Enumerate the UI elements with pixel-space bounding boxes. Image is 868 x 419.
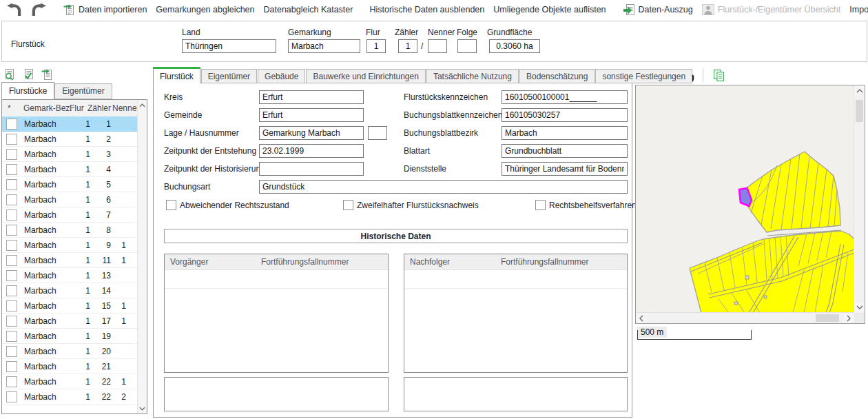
lage-field[interactable]: [259, 126, 364, 140]
detail-tab[interactable]: Tatsächliche Nutzung: [426, 69, 519, 83]
map-horizontal-scrollbar[interactable]: [636, 312, 854, 323]
row-checkbox[interactable]: [6, 391, 17, 402]
kennzeichen-field[interactable]: [502, 90, 628, 104]
row-checkbox[interactable]: [6, 255, 17, 266]
row-checkbox[interactable]: [6, 300, 17, 311]
row-checkbox[interactable]: [6, 164, 17, 175]
daten-importieren-button[interactable]: Daten importieren: [61, 3, 149, 16]
row-checkbox[interactable]: [6, 225, 17, 236]
cell-gemark: Marbach: [24, 347, 75, 356]
historisierung-field[interactable]: [259, 162, 364, 176]
cell-gemark: Marbach: [24, 331, 75, 341]
flur-field[interactable]: [366, 39, 386, 53]
row-checkbox[interactable]: [6, 376, 17, 387]
table-row[interactable]: Marbach 1 20: [2, 344, 138, 359]
table-row[interactable]: Marbach 1 4: [2, 162, 138, 177]
row-checkbox[interactable]: [6, 119, 17, 130]
zaehler-field[interactable]: [398, 39, 417, 53]
table-row[interactable]: Marbach 1 21: [2, 359, 138, 374]
row-checkbox[interactable]: [6, 331, 17, 342]
blattbezirk-field[interactable]: [502, 126, 628, 140]
undo-button[interactable]: [4, 3, 24, 17]
list-scrollbar[interactable]: [137, 100, 147, 413]
rechtszustand-checkbox[interactable]: [166, 200, 176, 210]
folge-field[interactable]: [457, 39, 477, 53]
table-row[interactable]: Marbach 1 15 1: [2, 298, 138, 314]
cell-zaehler: 19: [90, 331, 111, 341]
row-checkbox[interactable]: [6, 270, 17, 281]
scroll-up-icon[interactable]: [854, 86, 865, 96]
detail-tab[interactable]: Eigentümer: [201, 69, 257, 83]
blattart-field[interactable]: [502, 144, 628, 158]
detail-tab[interactable]: Gebäude: [258, 69, 305, 83]
preview-document-button[interactable]: [3, 68, 17, 81]
hausnummer-field[interactable]: [368, 126, 387, 140]
entstehung-field[interactable]: [259, 144, 364, 158]
blattkennzeichen-field[interactable]: [502, 108, 628, 122]
scroll-up-icon[interactable]: [138, 101, 147, 110]
table-row[interactable]: Marbach 1 17 1: [2, 314, 138, 329]
buchungsart-field[interactable]: [259, 180, 628, 194]
table-row[interactable]: Marbach 1 19: [2, 329, 138, 344]
gemarkungen-abgleichen-button[interactable]: Gemarkungen abgleichen: [154, 5, 256, 14]
row-checkbox[interactable]: [6, 149, 17, 160]
detail-tab[interactable]: Bauwerke und Einrichtungen: [306, 69, 425, 83]
row-checkbox[interactable]: [6, 316, 17, 327]
gemeinde-field[interactable]: [259, 108, 364, 122]
scroll-down-icon[interactable]: [854, 303, 865, 312]
table-row[interactable]: Marbach 1 11 1: [2, 253, 138, 268]
nachweis-checkbox[interactable]: [343, 200, 353, 210]
daten-auszug-button[interactable]: Daten-Auszug: [621, 3, 695, 16]
import-protokoll-button[interactable]: Import-Protokoll: [847, 5, 868, 14]
scroll-down-icon[interactable]: [138, 404, 147, 413]
verfahren-checkbox[interactable]: [535, 200, 546, 210]
table-row[interactable]: Marbach 1 6: [2, 192, 138, 207]
row-checkbox[interactable]: [6, 179, 17, 190]
scroll-left-icon[interactable]: [637, 313, 646, 323]
left-tab[interactable]: Eigentümer: [54, 83, 112, 99]
verify-document-button[interactable]: [21, 68, 35, 81]
table-row[interactable]: Marbach 1 1: [2, 116, 138, 132]
copy-map-button[interactable]: [711, 68, 726, 83]
table-row[interactable]: Marbach 1 8: [2, 223, 138, 238]
gemarkung-field[interactable]: [288, 39, 360, 53]
cadastral-map[interactable]: [636, 85, 854, 313]
dienststelle-field[interactable]: [502, 162, 628, 176]
table-row[interactable]: Marbach 1 9 1: [2, 238, 138, 253]
row-checkbox[interactable]: [6, 210, 17, 221]
table-row[interactable]: Marbach 1 13: [2, 268, 138, 283]
table-row[interactable]: Marbach 1 5: [2, 177, 138, 192]
horizontal-scroll-thumb[interactable]: [816, 314, 839, 322]
vertical-scroll-thumb[interactable]: [856, 100, 863, 122]
left-tab[interactable]: Flurstücke: [1, 82, 54, 99]
table-row[interactable]: Marbach 1 22 2: [2, 389, 138, 405]
row-checkbox[interactable]: [6, 285, 17, 296]
row-checkbox[interactable]: [6, 240, 17, 251]
umliegende-objekte-auflisten-button[interactable]: Umliegende Objekte auflisten: [491, 5, 608, 14]
table-row[interactable]: Marbach 1 22 1: [2, 374, 138, 389]
table-row[interactable]: Marbach 1 2: [2, 132, 138, 147]
map-vertical-scrollbar[interactable]: [854, 85, 865, 313]
row-checkbox[interactable]: [6, 361, 17, 372]
kreis-field[interactable]: [259, 90, 364, 104]
scroll-right-icon[interactable]: [844, 313, 854, 323]
detail-tab[interactable]: Flurstück: [153, 67, 200, 83]
historische-daten-ausblenden-button[interactable]: Historische Daten ausblenden: [367, 5, 486, 14]
row-checkbox[interactable]: [6, 346, 17, 357]
table-row[interactable]: Marbach 1 3: [2, 147, 138, 162]
import-document-icon: [63, 3, 75, 16]
import-list-button[interactable]: [40, 68, 54, 81]
toolbar-label: Flurstück-/Eigentümer Übersicht: [718, 5, 841, 14]
table-row[interactable]: Marbach 1 7: [2, 207, 138, 223]
detail-tab[interactable]: sonstige Festlegungen: [595, 69, 692, 83]
flurstueck-eigentuemer-uebersicht-button[interactable]: Flurstück-/Eigentümer Übersicht: [700, 4, 843, 15]
table-row[interactable]: Marbach 1 14: [2, 283, 138, 298]
datenabgleich-kataster-button[interactable]: Datenabgleich Kataster: [262, 5, 355, 14]
row-checkbox[interactable]: [6, 194, 17, 205]
row-checkbox[interactable]: [6, 134, 17, 145]
nenner-field[interactable]: [428, 39, 447, 53]
redo-button[interactable]: [29, 3, 49, 17]
land-field[interactable]: [182, 39, 276, 53]
detail-tab[interactable]: Bodenschätzung: [519, 69, 595, 83]
grundflaeche-field[interactable]: [489, 39, 540, 53]
